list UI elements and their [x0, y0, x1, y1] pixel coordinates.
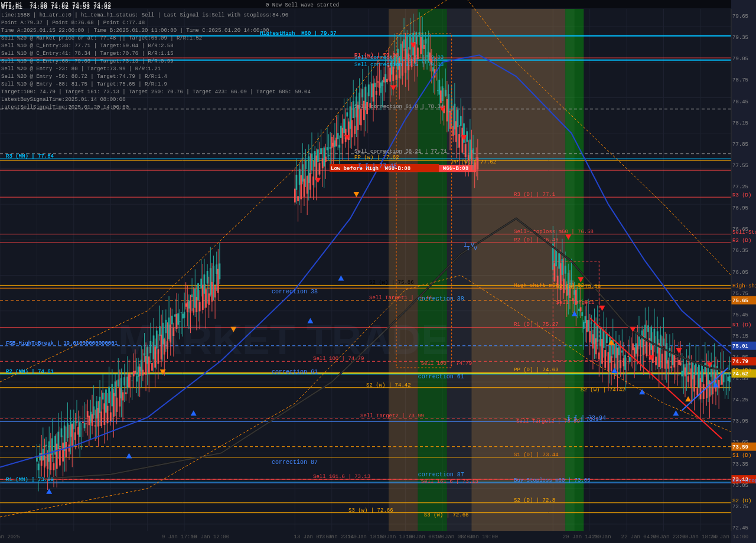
chart-container: WTI,H1 74.60 74.62 74.53 74.62	[0, 0, 756, 543]
main-chart	[0, 0, 756, 543]
